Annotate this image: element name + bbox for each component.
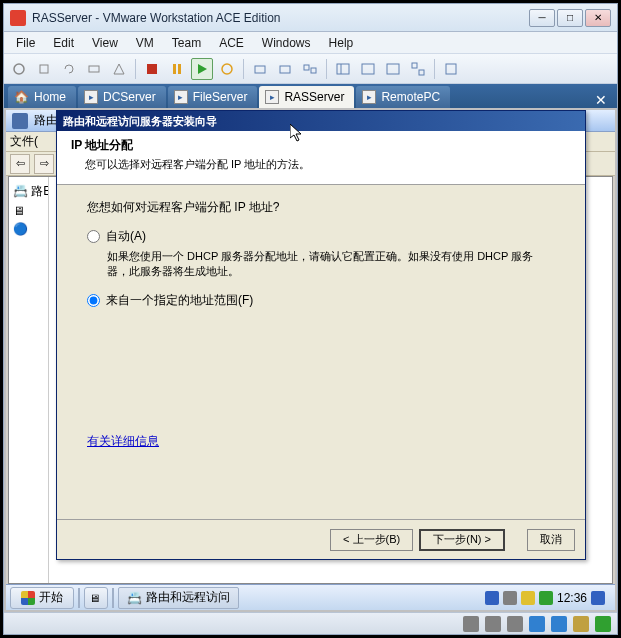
svg-rect-10 xyxy=(280,66,290,73)
status-net2-icon[interactable] xyxy=(551,616,567,632)
vm-icon: ▸ xyxy=(174,90,188,104)
menu-view[interactable]: View xyxy=(84,34,126,52)
inner-menu-file[interactable]: 文件( xyxy=(10,133,38,150)
radio-auto-input[interactable] xyxy=(87,230,100,243)
wizard-subheading: 您可以选择对远程客户端分配 IP 地址的方法。 xyxy=(71,157,571,172)
system-tray: 12:36 xyxy=(479,591,611,605)
svg-rect-2 xyxy=(89,66,99,72)
wizard-question: 您想如何对远程客户端分配 IP 地址? xyxy=(87,199,555,216)
next-button[interactable]: 下一步(N) > xyxy=(419,529,505,551)
menubar: File Edit View VM Team ACE Windows Help xyxy=(4,32,617,54)
quicklaunch-desktop-icon[interactable]: 🖥 xyxy=(84,587,108,609)
svg-rect-1 xyxy=(40,65,48,73)
restart-icon[interactable] xyxy=(216,58,238,80)
reset-icon[interactable] xyxy=(58,58,80,80)
console-icon[interactable] xyxy=(357,58,379,80)
cancel-button[interactable]: 取消 xyxy=(527,529,575,551)
maximize-button[interactable]: □ xyxy=(557,9,583,27)
tab-dcserver[interactable]: ▸DCServer xyxy=(78,86,166,108)
unity-icon[interactable] xyxy=(407,58,429,80)
wizard-heading: IP 地址分配 xyxy=(71,137,571,154)
tree-panel[interactable]: 📇 路E 🖥 🔵 xyxy=(9,177,49,583)
tray-desktop-icon[interactable] xyxy=(591,591,605,605)
tree-node-icon[interactable]: 🔵 xyxy=(11,220,46,238)
start-icon xyxy=(21,591,35,605)
status-floppy-icon[interactable] xyxy=(507,616,523,632)
tab-fileserver[interactable]: ▸FileServer xyxy=(168,86,258,108)
status-net-icon[interactable] xyxy=(529,616,545,632)
back-button[interactable]: < 上一步(B) xyxy=(330,529,413,551)
mmc-icon xyxy=(12,113,28,129)
summary-icon[interactable] xyxy=(440,58,462,80)
toolbar xyxy=(4,54,617,84)
svg-rect-15 xyxy=(362,64,374,74)
menu-edit[interactable]: Edit xyxy=(45,34,82,52)
svg-rect-17 xyxy=(412,63,417,68)
wizard-buttons: < 上一步(B) 下一步(N) > 取消 xyxy=(57,519,585,559)
tray-network-icon[interactable] xyxy=(503,591,517,605)
clock[interactable]: 12:36 xyxy=(557,591,587,605)
status-cd-icon[interactable] xyxy=(485,616,501,632)
svg-rect-4 xyxy=(147,64,157,74)
svg-marker-3 xyxy=(114,64,124,74)
menu-team[interactable]: Team xyxy=(164,34,209,52)
titlebar: RASServer - VMware Workstation ACE Editi… xyxy=(4,4,617,32)
play-icon[interactable] xyxy=(191,58,213,80)
radio-auto-desc: 如果您使用一个 DHCP 服务器分配地址，请确认它配置正确。如果没有使用 DHC… xyxy=(107,249,555,280)
wizard-body: 您想如何对远程客户端分配 IP 地址? 自动(A) 如果您使用一个 DHCP 服… xyxy=(57,185,585,519)
tab-remotepc[interactable]: ▸RemotePC xyxy=(356,86,450,108)
wizard-header: IP 地址分配 您可以选择对远程客户端分配 IP 地址的方法。 xyxy=(57,131,585,185)
back-icon[interactable]: ⇦ xyxy=(10,154,30,174)
ace-icon[interactable] xyxy=(108,58,130,80)
vm-icon: ▸ xyxy=(84,90,98,104)
sidebar-icon[interactable] xyxy=(332,58,354,80)
tray-volume-icon[interactable] xyxy=(521,591,535,605)
radio-auto[interactable]: 自动(A) xyxy=(87,228,555,245)
radio-range-label: 来自一个指定的地址范围(F) xyxy=(106,292,253,309)
suspend-icon[interactable] xyxy=(33,58,55,80)
settings-icon[interactable] xyxy=(83,58,105,80)
wizard-dialog: 路由和远程访问服务器安装向导 IP 地址分配 您可以选择对远程客户端分配 IP … xyxy=(56,110,586,560)
vm-viewport: 路由 文件( ⇦ ⇨ 📇 路E 🖥 🔵 路由和远程访问服务器安装向导 IP 地址… xyxy=(4,108,617,612)
tree-root[interactable]: 📇 路E xyxy=(11,181,46,202)
manage-icon[interactable] xyxy=(299,58,321,80)
tab-rasserver[interactable]: ▸RASServer xyxy=(259,86,354,108)
power-off-icon[interactable] xyxy=(8,58,30,80)
svg-marker-7 xyxy=(198,64,207,74)
menu-vm[interactable]: VM xyxy=(128,34,162,52)
taskbar-item-rras[interactable]: 📇 路由和远程访问 xyxy=(118,587,239,609)
tray-vmtools-icon[interactable] xyxy=(539,591,553,605)
status-sound-icon[interactable] xyxy=(573,616,589,632)
guest-taskbar: 开始 🖥 📇 路由和远程访问 12:36 xyxy=(6,584,615,610)
pause-icon[interactable] xyxy=(166,58,188,80)
revert-icon[interactable] xyxy=(274,58,296,80)
tab-bar: 🏠Home ▸DCServer ▸FileServer ▸RASServer ▸… xyxy=(4,84,617,108)
radio-range[interactable]: 来自一个指定的地址范围(F) xyxy=(87,292,555,309)
window-title: RASServer - VMware Workstation ACE Editi… xyxy=(32,11,529,25)
forward-icon[interactable]: ⇨ xyxy=(34,154,54,174)
inner-title: 路由 xyxy=(34,112,58,129)
radio-range-input[interactable] xyxy=(87,294,100,307)
status-hdd-icon[interactable] xyxy=(463,616,479,632)
snapshot-icon[interactable] xyxy=(249,58,271,80)
close-button[interactable]: ✕ xyxy=(585,9,611,27)
start-button[interactable]: 开始 xyxy=(10,587,74,609)
status-input-icon[interactable] xyxy=(595,616,611,632)
svg-point-0 xyxy=(14,64,24,74)
tab-home[interactable]: 🏠Home xyxy=(8,86,76,108)
menu-ace[interactable]: ACE xyxy=(211,34,252,52)
tree-server-icon[interactable]: 🖥 xyxy=(11,202,46,220)
app-icon xyxy=(10,10,26,26)
svg-rect-12 xyxy=(311,68,316,73)
vm-icon: ▸ xyxy=(362,90,376,104)
fullscreen-icon[interactable] xyxy=(382,58,404,80)
minimize-button[interactable]: ─ xyxy=(529,9,555,27)
menu-windows[interactable]: Windows xyxy=(254,34,319,52)
more-info-link[interactable]: 有关详细信息 xyxy=(87,433,159,450)
close-tab-button[interactable]: ✕ xyxy=(589,92,613,108)
svg-rect-19 xyxy=(446,64,456,74)
tray-shield-icon[interactable] xyxy=(485,591,499,605)
stop-icon[interactable] xyxy=(141,58,163,80)
menu-file[interactable]: File xyxy=(8,34,43,52)
menu-help[interactable]: Help xyxy=(321,34,362,52)
